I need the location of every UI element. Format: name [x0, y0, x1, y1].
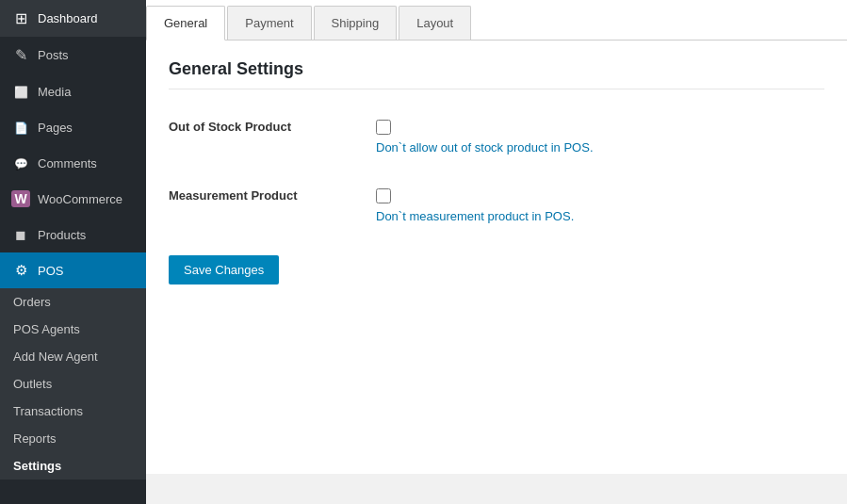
out-of-stock-label: Out of Stock Product [169, 118, 376, 134]
measurement-product-label: Measurement Product [169, 187, 376, 203]
submenu-item-orders[interactable]: Orders [0, 288, 146, 316]
dashboard-icon [11, 9, 30, 27]
media-icon [11, 83, 30, 100]
sidebar-item-products[interactable]: Products [0, 217, 146, 252]
tab-shipping[interactable]: Shipping [314, 6, 398, 40]
pos-icon [11, 262, 30, 279]
sidebar-item-woocommerce[interactable]: WooCommerce [0, 181, 146, 217]
sidebar-label-products: Products [38, 228, 86, 242]
out-of-stock-row: Out of Stock Product Don`t allow out of … [169, 108, 824, 154]
sidebar-item-posts[interactable]: Posts [0, 37, 146, 73]
sidebar-label-pos: POS [38, 264, 63, 278]
submenu-item-pos-agents[interactable]: POS Agents [0, 316, 146, 343]
tabs-bar: General Payment Shipping Layout [146, 0, 847, 41]
sidebar-item-comments[interactable]: Comments [0, 145, 146, 181]
settings-panel: General Settings Out of Stock Product Do… [146, 41, 847, 474]
tab-layout[interactable]: Layout [399, 6, 471, 40]
sidebar-label-comments: Comments [38, 156, 97, 171]
sidebar-label-pages: Pages [38, 121, 73, 135]
out-of-stock-control: Don`t allow out of stock product in POS. [376, 118, 594, 154]
pages-icon [11, 119, 30, 136]
posts-icon [11, 46, 30, 64]
sidebar-item-pages[interactable]: Pages [0, 109, 146, 145]
out-of-stock-checkbox[interactable] [376, 120, 391, 135]
submenu-item-add-new-agent[interactable]: Add New Agent [0, 343, 146, 370]
sidebar-label-media: Media [38, 85, 71, 99]
pos-submenu: Orders POS Agents Add New Agent Outlets … [0, 288, 146, 480]
out-of-stock-description: Don`t allow out of stock product in POS. [376, 140, 594, 154]
sidebar-label-woocommerce: WooCommerce [38, 192, 122, 206]
sidebar-item-dashboard[interactable]: Dashboard [0, 0, 146, 37]
measurement-product-row: Measurement Product Don`t measurement pr… [169, 177, 824, 223]
products-icon [11, 226, 30, 243]
tab-payment[interactable]: Payment [227, 6, 311, 40]
submenu-item-transactions[interactable]: Transactions [0, 398, 146, 425]
main-content: General Payment Shipping Layout General … [146, 0, 847, 504]
submenu-item-reports[interactable]: Reports [0, 425, 146, 452]
woocommerce-icon [11, 190, 30, 207]
measurement-product-description: Don`t measurement product in POS. [376, 209, 574, 223]
measurement-product-checkbox[interactable] [376, 188, 391, 203]
tab-general[interactable]: General [146, 6, 225, 41]
settings-title: General Settings [169, 59, 824, 89]
comments-icon [11, 154, 30, 171]
sidebar-item-media[interactable]: Media [0, 73, 146, 109]
sidebar: Dashboard Posts Media Pages Comments Woo… [0, 0, 146, 504]
measurement-product-control: Don`t measurement product in POS. [376, 187, 574, 223]
submenu-item-settings[interactable]: Settings [0, 452, 146, 480]
submenu-item-outlets[interactable]: Outlets [0, 370, 146, 398]
sidebar-label-dashboard: Dashboard [38, 11, 98, 25]
save-changes-button[interactable]: Save Changes [169, 255, 279, 285]
sidebar-item-pos[interactable]: POS [0, 252, 146, 288]
sidebar-label-posts: Posts [38, 48, 69, 62]
